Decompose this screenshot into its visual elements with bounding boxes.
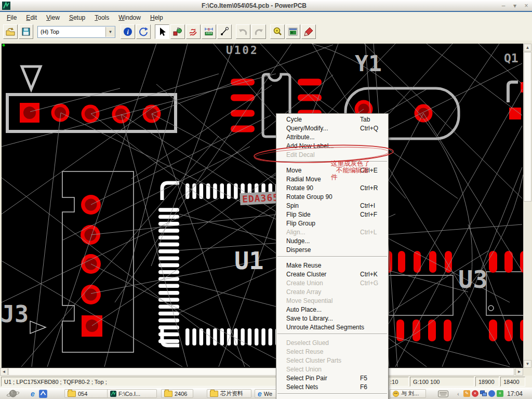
restore-button[interactable]: ▾ <box>509 2 521 9</box>
route-toolbox-button[interactable] <box>186 24 201 39</box>
menu-item-label: Create Array <box>286 288 321 296</box>
context-menu-item[interactable]: Unroute Attached Segments <box>276 323 388 331</box>
design-toolbox-button[interactable] <box>170 24 185 39</box>
tray-updater-icon[interactable]: + <box>497 390 503 397</box>
context-menu-item[interactable]: Flip Group <box>276 219 388 228</box>
combobox-dropdown-arrow-icon[interactable]: ▼ <box>105 27 115 37</box>
query-info-button[interactable]: i <box>121 24 135 39</box>
context-menu-item[interactable]: Move Ctrl+E <box>276 166 388 175</box>
menubar-item[interactable]: Edit <box>21 13 42 22</box>
context-menu-item[interactable]: Make Reuse <box>276 261 388 270</box>
context-menu-item[interactable]: Radial Move <box>276 175 388 183</box>
context-menu-item[interactable]: Create Union Ctrl+G <box>276 278 388 287</box>
menu-item-label: Deselect Glued <box>286 339 329 347</box>
menubar-item[interactable]: Window <box>114 13 145 22</box>
taskbar-button-label: 与 刘... <box>401 390 419 397</box>
scroll-down-icon[interactable]: ▼ <box>524 360 531 368</box>
board-window-icon <box>288 26 298 37</box>
context-menu-item[interactable]: Nudge... <box>276 236 388 245</box>
context-menu-item[interactable]: Disperse <box>276 245 388 254</box>
context-menu-item[interactable]: Edit Decal <box>276 150 388 159</box>
start-orb-icon[interactable] <box>4 389 23 398</box>
undo-button[interactable] <box>236 24 250 39</box>
pcb-canvas[interactable]: U102 Y1 Q1 U1 U3 J3 EDA365 <box>2 44 523 368</box>
context-menu-item[interactable]: Flip Side Ctrl+F <box>276 210 388 219</box>
context-menu-item[interactable]: Select Union <box>276 365 388 374</box>
quicklaunch-app-icon[interactable] <box>38 389 48 398</box>
menubar-item[interactable]: Setup <box>64 13 90 22</box>
context-menu-item[interactable]: Save to Library... <box>276 314 388 323</box>
scroll-up-icon[interactable]: ▲ <box>524 44 531 51</box>
context-menu-item[interactable]: Cycle Tab <box>276 115 388 124</box>
context-menu-item[interactable]: Add New Label... <box>276 141 388 150</box>
save-button[interactable] <box>19 24 33 39</box>
tray-messenger-icon[interactable] <box>488 390 495 397</box>
menu-item-label: Move <box>286 167 301 174</box>
taskbar-button-2406[interactable]: 2406 <box>161 389 193 398</box>
horizontal-scroll-thumb[interactable] <box>8 368 514 376</box>
tray-collapse-chevron-icon[interactable]: ‹ <box>456 389 460 398</box>
keyboard-tray-icon[interactable] <box>438 390 448 397</box>
context-menu-item[interactable]: Select Cluster Parts <box>276 356 388 365</box>
context-menu-item[interactable]: Select Pin Pair F5 <box>276 374 388 382</box>
context-menu-item[interactable]: Align... Ctrl+L <box>276 228 388 236</box>
horizontal-scrollbar[interactable]: ◄ ► <box>0 368 523 376</box>
board-view-button[interactable] <box>286 24 300 39</box>
refdes-y1: Y1 <box>355 52 382 75</box>
scrollbar-corner <box>523 368 532 376</box>
minimize-button[interactable]: – <box>498 2 509 9</box>
menu-item-label: Add New Label... <box>286 142 334 150</box>
context-menu-item[interactable]: Create Cluster Ctrl+K <box>276 270 388 278</box>
context-menu-item[interactable]: Query/Modify... Ctrl+Q <box>276 124 388 132</box>
eco-brush-button[interactable] <box>301 24 316 39</box>
context-menu-item[interactable] <box>276 256 388 261</box>
vertical-scrollbar[interactable]: ▲ ▼ <box>523 44 531 368</box>
menu-item-shortcut: Ctrl+F <box>360 211 377 218</box>
net-toolbox-button[interactable] <box>217 24 232 39</box>
quicklaunch-ie-icon[interactable]: e <box>28 389 37 398</box>
menubar-item[interactable]: Tools <box>90 13 114 22</box>
context-menu-item[interactable]: Rotate 90 Ctrl+R <box>276 183 388 192</box>
layer-combobox[interactable]: (H) Top ▼ <box>37 26 115 38</box>
context-menu-item[interactable]: Select Reuse <box>276 347 388 356</box>
dimension-toolbox-button[interactable]: 8 <box>202 24 216 39</box>
menubar-item[interactable]: Help <box>145 13 168 22</box>
menu-item-label: Cycle <box>286 116 302 123</box>
menu-item-label: Select Nets <box>286 383 318 391</box>
open-button[interactable] <box>3 24 18 39</box>
vertical-scroll-thumb[interactable] <box>524 52 531 202</box>
taskbar-button-054[interactable]: 054 <box>64 389 110 398</box>
close-button[interactable]: × <box>521 2 532 9</box>
menu-item-shortcut: F6 <box>360 383 367 391</box>
context-menu-item[interactable] <box>276 161 388 166</box>
context-menu-item[interactable]: Deselect Glued <box>276 338 388 347</box>
taskbar-button-label: We <box>264 391 272 397</box>
taskbar-button-powerpcb[interactable]: F:\Co.I... <box>107 389 157 398</box>
context-menu-item[interactable] <box>276 393 388 398</box>
menu-item-label: Rotate 90 <box>286 184 313 192</box>
menubar-item[interactable]: File <box>2 13 21 22</box>
context-menu-item[interactable]: Spin Ctrl+I <box>276 201 388 210</box>
redraw-button[interactable] <box>136 24 151 39</box>
context-menu-item[interactable]: Attribute... <box>276 132 388 141</box>
tray-network-icon[interactable] <box>480 390 487 397</box>
taskbar-button-label: 芯片资料 <box>220 390 243 397</box>
taskbar-button-chipdata[interactable]: 芯片资料 <box>207 389 251 398</box>
tray-pen-icon[interactable]: ✎ <box>463 390 470 397</box>
context-menu-item[interactable]: Rotate Group 90 <box>276 192 388 201</box>
menu-item-label: Save to Library... <box>286 315 333 322</box>
context-menu-item[interactable]: Select Nets F6 <box>276 382 388 391</box>
context-menu-item[interactable]: Move Sequential <box>276 296 388 305</box>
redo-button[interactable] <box>251 24 266 39</box>
select-pointer-button[interactable] <box>155 24 169 39</box>
context-menu-item[interactable]: Create Array <box>276 287 388 296</box>
tray-alert-icon[interactable]: × <box>472 390 478 397</box>
scroll-left-icon[interactable]: ◄ <box>0 368 8 376</box>
menubar-item[interactable]: View <box>42 13 64 22</box>
context-menu-item[interactable] <box>276 334 388 338</box>
zoom-button[interactable] <box>270 24 285 39</box>
scroll-right-icon[interactable]: ► <box>515 368 523 376</box>
taskbar-button-chat[interactable]: 与 刘... <box>390 389 426 398</box>
menu-item-label: Rotate Group 90 <box>286 193 332 201</box>
context-menu-item[interactable]: Auto Place... <box>276 305 388 314</box>
